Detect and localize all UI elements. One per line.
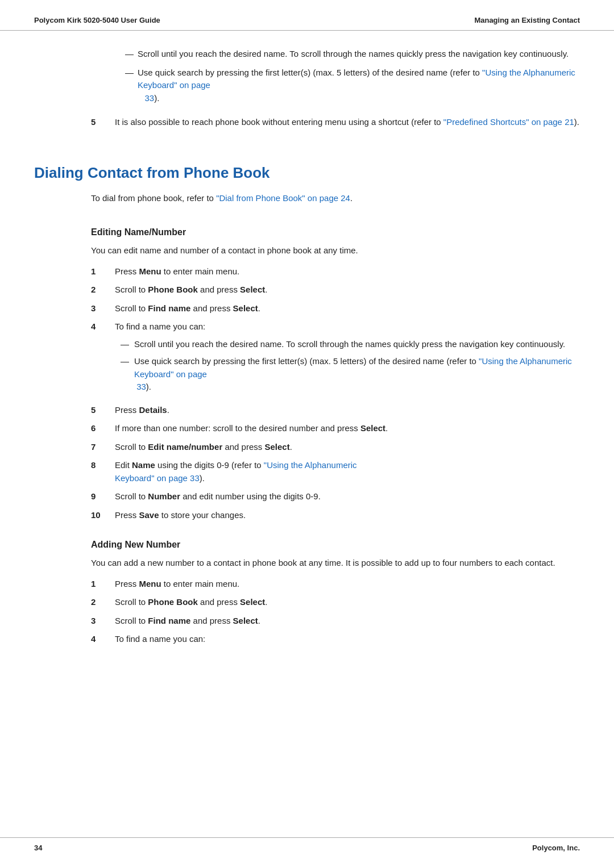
adding-subsection-intro: You can add a new number to a contact in… bbox=[91, 557, 580, 570]
editing-step-6-text: If more than one number: scroll to the d… bbox=[115, 422, 580, 435]
footer-company: Polycom, Inc. bbox=[532, 844, 580, 852]
editing-step-10: 10 Press Save to store your changes. bbox=[91, 509, 580, 522]
editing-step-9: 9 Scroll to Number and edit number using… bbox=[91, 490, 580, 503]
editing-step-1: 1 Press Menu to enter main menu. bbox=[91, 265, 580, 278]
editing-step-1-text: Press Menu to enter main menu. bbox=[115, 265, 580, 278]
editing-step-4-bullets: — Scroll until you reach the desired nam… bbox=[121, 338, 580, 394]
editing-step-8: 8 Edit Name using the digits 0-9 (refer … bbox=[91, 459, 580, 485]
editing-step-7: 7 Scroll to Edit name/number and press S… bbox=[91, 441, 580, 454]
adding-steps: 1 Press Menu to enter main menu. 2 Scrol… bbox=[91, 578, 580, 646]
bullet-text-4-2: Use quick search by pressing the first l… bbox=[134, 355, 580, 394]
editing-step-1-num: 1 bbox=[91, 265, 115, 278]
editing-step-4: 4 To find a name you can: — Scroll until… bbox=[91, 320, 580, 398]
editing-subsection-intro: You can edit name and number of a contac… bbox=[91, 244, 580, 257]
editing-step-5: 5 Press Details. bbox=[91, 404, 580, 417]
link-alphanumeric-editing-4[interactable]: "Using the Alphanumeric Keyboard" on pag… bbox=[134, 356, 572, 391]
intro-bullet-1-text: Scroll until you reach the desired name.… bbox=[138, 48, 580, 61]
adding-subsection-heading: Adding New Number bbox=[91, 540, 580, 550]
editing-step-5-num: 5 bbox=[91, 404, 115, 417]
adding-step-3-num: 3 bbox=[91, 615, 115, 628]
adding-step-1-num: 1 bbox=[91, 578, 115, 591]
intro-bullet-2-text: Use quick search by pressing the first l… bbox=[138, 66, 580, 105]
editing-step-10-num: 10 bbox=[91, 509, 115, 522]
editing-step-7-num: 7 bbox=[91, 441, 115, 454]
bullet-dash-4-1: — bbox=[121, 338, 134, 351]
adding-step-4: 4 To find a name you can: bbox=[91, 633, 580, 646]
adding-step-4-text: To find a name you can: bbox=[115, 633, 580, 646]
editing-step-4-bullet-2: — Use quick search by pressing the first… bbox=[121, 355, 580, 394]
editing-step-8-text: Edit Name using the digits 0-9 (refer to… bbox=[115, 459, 580, 485]
intro-bullet-2: — Use quick search by pressing the first… bbox=[125, 66, 580, 105]
editing-step-5-text: Press Details. bbox=[115, 404, 580, 417]
editing-step-2-text: Scroll to Phone Book and press Select. bbox=[115, 283, 580, 297]
bullet-dash-4-2: — bbox=[121, 355, 134, 394]
editing-step-10-text: Press Save to store your changes. bbox=[115, 509, 580, 522]
editing-step-4-text: To find a name you can: — Scroll until y… bbox=[115, 320, 580, 398]
bullet-dash-2: — bbox=[125, 66, 138, 105]
page-header: Polycom Kirk 5020-5040 User Guide Managi… bbox=[0, 0, 614, 31]
editing-step-3: 3 Scroll to Find name and press Select. bbox=[91, 302, 580, 315]
editing-step-4-num: 4 bbox=[91, 320, 115, 398]
editing-step-6-num: 6 bbox=[91, 422, 115, 435]
adding-step-2-text: Scroll to Phone Book and press Select. bbox=[115, 596, 580, 609]
adding-step-2-num: 2 bbox=[91, 596, 115, 609]
editing-step-2: 2 Scroll to Phone Book and press Select. bbox=[91, 283, 580, 297]
editing-subsection-heading: Editing Name/Number bbox=[91, 227, 580, 237]
editing-step-9-text: Scroll to Number and edit number using t… bbox=[115, 490, 580, 503]
intro-bullet-1: — Scroll until you reach the desired nam… bbox=[125, 48, 580, 61]
editing-step-4-bullet-1: — Scroll until you reach the desired nam… bbox=[121, 338, 580, 351]
editing-step-2-num: 2 bbox=[91, 283, 115, 297]
step-5-text: It is also possible to reach phone book … bbox=[115, 116, 580, 129]
editing-step-3-text: Scroll to Find name and press Select. bbox=[115, 302, 580, 315]
page-footer: 34 Polycom, Inc. bbox=[0, 837, 614, 868]
adding-step-2: 2 Scroll to Phone Book and press Select. bbox=[91, 596, 580, 609]
link-predefined-shortcuts[interactable]: "Predefined Shortcuts" on page 21 bbox=[443, 117, 574, 127]
step-5-num: 5 bbox=[91, 116, 115, 129]
editing-step-7-text: Scroll to Edit name/number and press Sel… bbox=[115, 441, 580, 454]
adding-step-3-text: Scroll to Find name and press Select. bbox=[115, 615, 580, 628]
editing-step-3-num: 3 bbox=[91, 302, 115, 315]
header-right: Managing an Existing Contact bbox=[474, 16, 580, 24]
editing-step-6: 6 If more than one number: scroll to the… bbox=[91, 422, 580, 435]
main-content: — Scroll until you reach the desired nam… bbox=[0, 48, 614, 711]
adding-step-3: 3 Scroll to Find name and press Select. bbox=[91, 615, 580, 628]
bullet-text-4-1: Scroll until you reach the desired name.… bbox=[134, 338, 580, 351]
editing-step-9-num: 9 bbox=[91, 490, 115, 503]
link-alphanumeric-intro[interactable]: "Using the Alphanumeric Keyboard" on pag… bbox=[138, 68, 575, 103]
bullet-dash-1: — bbox=[125, 48, 138, 61]
footer-page-number: 34 bbox=[34, 844, 42, 852]
adding-step-1-text: Press Menu to enter main menu. bbox=[115, 578, 580, 591]
page-container: Polycom Kirk 5020-5040 User Guide Managi… bbox=[0, 0, 614, 868]
adding-step-4-num: 4 bbox=[91, 633, 115, 646]
section-title: Dialing Contact from Phone Book bbox=[34, 164, 580, 182]
editing-step-8-num: 8 bbox=[91, 459, 115, 485]
section-intro: To dial from phone book, refer to "Dial … bbox=[91, 192, 580, 205]
editing-steps: 1 Press Menu to enter main menu. 2 Scrol… bbox=[91, 265, 580, 522]
link-dial-phone-book[interactable]: "Dial from Phone Book" on page 24 bbox=[216, 193, 350, 203]
adding-step-1: 1 Press Menu to enter main menu. bbox=[91, 578, 580, 591]
intro-bullets: — Scroll until you reach the desired nam… bbox=[125, 48, 580, 105]
step-5-intro: 5 It is also possible to reach phone boo… bbox=[91, 116, 580, 129]
header-left: Polycom Kirk 5020-5040 User Guide bbox=[34, 16, 160, 24]
